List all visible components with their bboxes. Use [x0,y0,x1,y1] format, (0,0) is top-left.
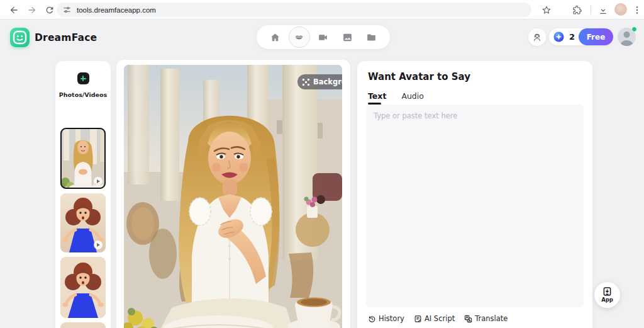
thumbnail-blonde-avatar[interactable] [60,128,106,189]
upload-plus-icon [77,72,89,84]
background-button-label: Background [313,77,342,86]
upload-label: Photos/Videos [55,91,111,98]
history-label: History [379,314,404,323]
credits-pill[interactable]: 2 Free [549,28,613,45]
app-fab-label: App [601,297,613,303]
site-info-icon [63,6,71,14]
ai-script-button[interactable]: AI Script [414,314,455,323]
bookmark-star-icon[interactable] [540,4,552,16]
avatar-illustration [124,65,342,328]
nav-lip-sync-icon[interactable] [289,26,310,48]
toolbar-divider [591,5,591,14]
script-textarea[interactable] [366,105,584,307]
phone-download-icon [603,287,611,296]
tab-audio[interactable]: Audio [401,91,424,105]
refresh-icon[interactable] [43,4,55,16]
menu-dots-icon[interactable] [631,4,643,16]
avatar-canvas-card: Background [116,60,350,328]
online-status-dot [631,26,637,32]
translate-icon [464,315,472,323]
coin-icon [553,31,564,42]
media-sidebar: Photos/Videos [55,61,111,328]
main-nav [257,25,390,49]
extensions-icon[interactable] [571,4,583,16]
nav-folder-icon[interactable] [361,26,382,48]
play-icon [94,177,103,186]
panel-actions: History AI Script Translate [368,314,584,323]
want-avatar-to-say-panel: Want Avatar to Say Text Audio History AI… [357,61,592,328]
download-icon[interactable] [597,4,609,16]
panel-title: Want Avatar to Say [368,71,584,82]
thumbnail-redhead-avatar[interactable] [60,193,106,252]
browser-profile-icon[interactable] [614,3,627,16]
translate-label: Translate [475,314,508,323]
credits-count: 2 [569,32,575,42]
translate-button[interactable]: Translate [464,314,508,323]
get-app-button[interactable]: App [594,282,620,308]
nav-home-icon[interactable] [264,26,286,48]
free-plan-button[interactable]: Free [579,28,613,45]
forward-icon[interactable] [26,4,38,16]
say-tabs: Text Audio [368,91,584,105]
dreamface-app-window: tools.dreamfaceapp.com DreamFace [0,0,644,328]
brand-name[interactable]: DreamFace [35,32,97,43]
back-icon[interactable] [8,4,19,16]
ai-script-label: AI Script [425,314,455,323]
url-text: tools.dreamfaceapp.com [77,6,156,14]
avatar-preview[interactable]: Background [124,65,342,328]
thumbnail-redhead-avatar-2[interactable] [60,257,106,318]
play-icon [94,240,103,249]
dreamface-logo-icon[interactable] [10,28,30,47]
background-swap-icon [303,79,309,86]
history-icon [368,315,376,323]
upload-media-button[interactable]: Photos/Videos [55,72,111,98]
tab-text[interactable]: Text [368,91,386,105]
address-bar[interactable]: tools.dreamfaceapp.com [57,3,531,17]
history-button[interactable]: History [368,314,404,323]
browser-toolbar: tools.dreamfaceapp.com [0,0,644,20]
background-button[interactable]: Background [297,74,342,89]
support-headset-icon[interactable] [528,28,546,46]
nav-video-icon[interactable] [313,26,334,48]
nav-image-icon[interactable] [336,26,358,48]
thumbnail-redhead-avatar-3[interactable] [60,322,106,328]
ai-script-icon [414,315,422,323]
